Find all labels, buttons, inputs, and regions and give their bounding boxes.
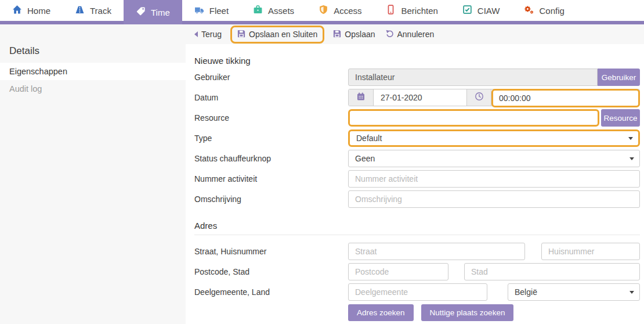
nav-item-home[interactable]: Home: [0, 0, 63, 21]
sidebar: Details Eigenschappen Audit log: [0, 24, 186, 324]
save-floppy-icon: [333, 30, 341, 39]
type-row: Type Default: [194, 129, 640, 147]
nav-item-label: Access: [334, 6, 361, 16]
adres-title: Adres: [194, 221, 640, 231]
omschrijving-input[interactable]: [348, 190, 640, 208]
land-select-value: België: [515, 287, 537, 297]
straat-row: Straat, Huisnummer: [194, 243, 640, 260]
save-floppy-icon: [237, 30, 245, 39]
adres-zoeken-button[interactable]: Adres zoeken: [348, 304, 414, 321]
undo-icon: [386, 30, 394, 39]
save-button-label: Opslaan: [345, 30, 375, 39]
land-select[interactable]: België: [508, 283, 640, 301]
datum-label: Datum: [194, 93, 348, 102]
toolbar: Terug Opslaan en Sluiten Opslaan Annuler…: [186, 24, 644, 44]
huisnummer-input[interactable]: [541, 243, 640, 260]
stad-input[interactable]: [464, 263, 640, 280]
resource-label: Resource: [194, 113, 348, 123]
nav-item-label: Home: [27, 6, 50, 16]
nav-item-time[interactable]: Time: [124, 0, 182, 24]
type-label: Type: [194, 134, 348, 143]
sidebar-item-eigenschappen[interactable]: Eigenschappen: [0, 63, 186, 80]
gears-icon: [524, 5, 534, 16]
truck-icon: [194, 5, 204, 16]
sidebar-item-label: Eigenschappen: [9, 67, 67, 76]
top-nav: Home Track Time Fleet Assets Access Beri…: [0, 0, 644, 24]
status-select-value: Geen: [355, 154, 375, 163]
cancel-button-label: Annuleren: [397, 30, 435, 39]
nummer-row: Nummer activiteit: [194, 170, 640, 188]
adres-buttons-row: Adres zoeken Nuttige plaats zoeken: [194, 304, 640, 321]
nav-item-berichten[interactable]: Berichten: [374, 0, 450, 21]
nav-item-ciaw[interactable]: CIAW: [450, 0, 512, 21]
briefcase-icon: [253, 5, 263, 16]
tag-icon: [136, 6, 146, 18]
straat-input[interactable]: [348, 243, 525, 260]
road-icon: [75, 5, 85, 16]
gebruiker-row: Gebruiker Gebruiker: [194, 69, 640, 86]
nav-item-label: Time: [151, 8, 170, 17]
deelgemeente-input[interactable]: [348, 283, 487, 301]
datum-row: Datum: [194, 89, 640, 106]
deelgemeente-label: Deelgemeente, Land: [194, 287, 348, 297]
sidebar-item-audit-log[interactable]: Audit log: [0, 80, 186, 98]
mobile-phone-icon: [386, 5, 396, 16]
status-select[interactable]: Geen: [348, 150, 640, 167]
nav-item-label: Assets: [268, 6, 294, 16]
calendar-icon: [356, 92, 366, 103]
chevron-down-icon: [629, 157, 634, 160]
nav-item-access[interactable]: Access: [306, 0, 374, 21]
save-and-close-button[interactable]: Opslaan en Sluiten: [236, 30, 319, 39]
clock-icon: [475, 92, 484, 103]
omschrijving-label: Omschrijving: [194, 195, 348, 204]
home-icon: [12, 5, 22, 16]
form-title: Nieuwe tikking: [194, 56, 640, 66]
nav-item-label: Track: [90, 6, 111, 16]
calendar-button[interactable]: [349, 89, 374, 106]
back-arrow-icon: [194, 31, 198, 37]
nav-item-track[interactable]: Track: [63, 0, 124, 21]
straat-label: Straat, Huisnummer: [194, 247, 348, 256]
back-button[interactable]: Terug: [189, 30, 227, 39]
checkbox-checked-icon: [462, 5, 472, 16]
resource-row: Resource Resource: [194, 109, 640, 127]
resource-picker-button[interactable]: Resource: [601, 109, 640, 127]
sidebar-header: Details: [0, 45, 186, 63]
adres-divider: [194, 235, 640, 235]
nav-item-assets[interactable]: Assets: [241, 0, 306, 21]
nummer-activiteit-input[interactable]: [348, 170, 640, 188]
nav-item-label: CIAW: [477, 6, 500, 16]
shield-icon: [319, 5, 328, 16]
nav-item-fleet[interactable]: Fleet: [182, 0, 241, 21]
nav-item-label: Fleet: [209, 6, 229, 16]
nav-item-config[interactable]: Config: [512, 0, 576, 21]
main-content: Nieuwe tikking Gebruiker Gebruiker Datum: [186, 44, 644, 324]
sidebar-item-label: Audit log: [9, 84, 42, 93]
status-row: Status chauffeurknop Geen: [194, 150, 640, 167]
nuttige-plaats-zoeken-button[interactable]: Nuttige plaats zoeken: [421, 304, 514, 321]
date-input[interactable]: [374, 89, 466, 106]
type-select[interactable]: Default: [348, 129, 640, 147]
postcode-row: Postcode, Stad: [194, 263, 640, 280]
resource-input[interactable]: [348, 109, 599, 127]
chevron-down-icon: [629, 291, 634, 294]
type-select-value: Default: [356, 134, 382, 143]
omschrijving-row: Omschrijving: [194, 190, 640, 208]
nummer-label: Nummer activiteit: [194, 174, 348, 183]
chevron-down-icon: [628, 137, 633, 140]
gebruiker-picker-button[interactable]: Gebruiker: [598, 69, 640, 86]
time-input[interactable]: [491, 89, 640, 107]
gebruiker-label: Gebruiker: [194, 73, 348, 82]
clock-button[interactable]: [466, 89, 491, 106]
postcode-input[interactable]: [348, 263, 448, 280]
cancel-button[interactable]: Annuleren: [381, 30, 440, 39]
postcode-label: Postcode, Stad: [194, 267, 348, 276]
save-button[interactable]: Opslaan: [328, 30, 380, 39]
gebruiker-input: [348, 69, 598, 86]
nav-item-label: Berichten: [401, 6, 437, 16]
save-and-close-label: Opslaan en Sluiten: [249, 30, 317, 39]
nav-item-label: Config: [539, 6, 564, 16]
status-label: Status chauffeurknop: [194, 154, 348, 163]
deelgemeente-row: Deelgemeente, Land België: [194, 283, 640, 301]
back-button-label: Terug: [201, 30, 222, 39]
